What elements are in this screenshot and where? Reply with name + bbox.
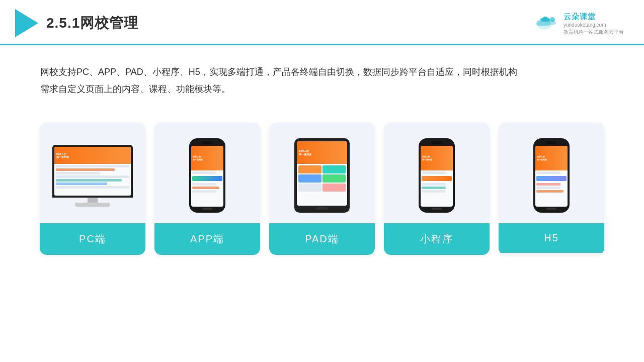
phone-item-4-h5 — [536, 190, 564, 193]
device-card-h5: 职涯人的第一堂判据 H5 — [499, 123, 604, 255]
phone-item-2-mini — [422, 183, 446, 186]
phone-item-1-h5 — [536, 171, 560, 174]
phone-screen-bar-app: 职涯人的第一堂判据 — [191, 146, 223, 170]
app-label: APP端 — [154, 223, 260, 255]
header-left: 2.5.1网校管理 — [15, 9, 138, 37]
svg-point-2 — [549, 20, 556, 25]
phone-bar-title-app: 职涯人的第一堂判据 — [193, 155, 222, 161]
miniprogram-image-area: 职涯人的第一堂判据 — [384, 123, 490, 223]
pc-row-4 — [56, 175, 129, 178]
h5-label: H5 — [499, 223, 604, 253]
tablet-item-2 — [323, 165, 346, 173]
tablet-home — [316, 207, 328, 210]
phone-body-app — [191, 170, 223, 194]
app-image-area: 职涯人的第一堂判据 — [154, 123, 260, 223]
device-card-miniprogram: 职涯人的第一堂判据 小程序 — [384, 123, 490, 255]
tablet-item-6 — [323, 184, 346, 192]
phone-mockup-mini: 职涯人的第一堂判据 — [419, 138, 455, 213]
page-title: 2.5.1网校管理 — [46, 14, 138, 33]
tablet-item-4 — [323, 174, 346, 183]
phone-mockup-h5: 职涯人的第一堂判据 — [533, 138, 570, 213]
description-text: 网校支持PC、APP、PAD、小程序、H5，实现多端打通，产品各终端自由切换，数… — [40, 63, 604, 98]
phone-item-1-mini — [422, 171, 446, 174]
pc-row-7 — [56, 186, 129, 189]
description: 网校支持PC、APP、PAD、小程序、H5，实现多端打通，产品各终端自由切换，数… — [0, 45, 644, 108]
phone-home-h5 — [546, 208, 556, 210]
phone-screen-bar-mini: 职涯人的第一堂判据 — [421, 146, 453, 170]
logo-triangle-icon — [15, 9, 38, 37]
device-card-pc: 职涯人的第一堂判据 — [40, 123, 145, 255]
pc-screen-bar: 职涯人的第一堂判据 — [54, 147, 131, 164]
tablet-screen-body — [297, 164, 347, 193]
phone-item-3-h5 — [536, 187, 560, 189]
miniprogram-label: 小程序 — [384, 223, 490, 255]
pc-row-5 — [56, 179, 122, 182]
phone-item-1-app — [192, 171, 216, 174]
phone-img-mini — [422, 176, 452, 181]
phone-bar-title-h5: 职涯人的第一堂判据 — [537, 155, 566, 161]
pc-neck — [88, 198, 98, 203]
brand-slogan: 教育机构一站式服务云平台 — [564, 29, 624, 36]
device-cards-container: 职涯人的第一堂判据 — [0, 113, 644, 270]
phone-item-2-h5 — [536, 183, 560, 186]
brand-domain: yunduoketang.com — [564, 22, 606, 29]
brand-name: 云朵课堂 — [564, 11, 596, 22]
tablet-mockup: 职涯人的第一堂判据 — [294, 138, 350, 213]
pc-row-6 — [56, 183, 107, 185]
tablet-item-5 — [298, 184, 321, 192]
pc-row-3 — [56, 172, 100, 174]
cloud-icon — [533, 14, 559, 33]
tablet-screen-bar: 职涯人的第一堂判据 — [297, 141, 347, 164]
pc-screen-body — [54, 164, 131, 196]
phone-mockup-app: 职涯人的第一堂判据 — [189, 138, 225, 213]
phone-item-2-app — [192, 183, 216, 186]
pc-row-1 — [56, 165, 129, 167]
pc-label: PC端 — [40, 223, 145, 255]
phone-home-mini — [432, 208, 442, 210]
pc-screen-rows — [54, 164, 131, 190]
pc-screen-outer: 职涯人的第一堂判据 — [52, 145, 133, 198]
pc-image-area: 职涯人的第一堂判据 — [40, 123, 145, 223]
phone-bar-title-mini: 职涯人的第一堂判据 — [422, 155, 451, 161]
pc-mockup: 职涯人的第一堂判据 — [50, 145, 135, 207]
phone-body-mini — [421, 170, 453, 194]
phone-screen-bar-h5: 职涯人的第一堂判据 — [535, 146, 568, 170]
phone-item-3-app — [192, 187, 219, 189]
pc-screen-inner: 职涯人的第一堂判据 — [54, 147, 131, 196]
phone-body-h5 — [535, 170, 568, 194]
phone-home-app — [202, 208, 212, 210]
phone-screen-mini: 职涯人的第一堂判据 — [421, 146, 453, 207]
pc-row-2 — [56, 168, 115, 171]
phone-notch-app — [202, 141, 213, 144]
phone-screen-h5: 职涯人的第一堂判据 — [535, 146, 568, 207]
phone-notch-mini — [431, 141, 442, 144]
pc-base — [75, 203, 110, 207]
device-card-pad: 职涯人的第一堂判据 PAD端 — [269, 123, 375, 255]
tablet-screen: 职涯人的第一堂判据 — [297, 141, 347, 206]
pad-image-area: 职涯人的第一堂判据 — [269, 123, 375, 223]
tablet-item-1 — [298, 165, 321, 173]
h5-image-area: 职涯人的第一堂判据 — [499, 123, 604, 223]
tablet-bar-title: 职涯人的第一堂判据 — [299, 149, 345, 156]
pad-label: PAD端 — [269, 223, 375, 255]
phone-img-app — [192, 176, 222, 181]
brand-logo: 云朵课堂 yunduoketang.com 教育机构一站式服务云平台 — [533, 11, 624, 36]
brand-text: 云朵课堂 yunduoketang.com 教育机构一站式服务云平台 — [564, 11, 624, 36]
tablet-item-3 — [298, 174, 321, 183]
device-card-app: 职涯人的第一堂判据 APP端 — [154, 123, 260, 255]
phone-notch-h5 — [546, 141, 557, 144]
phone-item-4-mini — [422, 190, 446, 193]
phone-item-4-app — [192, 190, 216, 193]
phone-img-h5 — [536, 176, 567, 181]
header: 2.5.1网校管理 云朵课堂 yunduoketang.com 教育机构一站式服… — [0, 0, 644, 45]
phone-screen-app: 职涯人的第一堂判据 — [191, 146, 223, 207]
phone-item-3-mini — [422, 187, 446, 189]
pc-screen-bar-text: 职涯人的第一堂判据 — [56, 152, 69, 158]
